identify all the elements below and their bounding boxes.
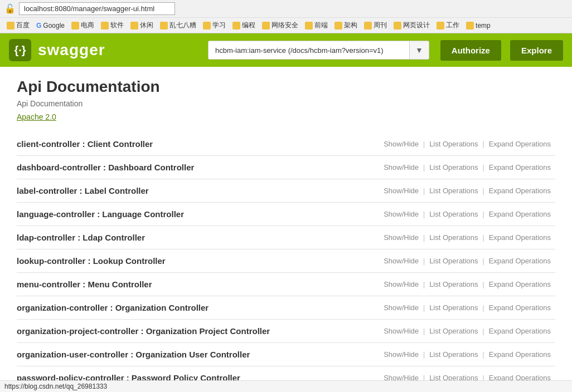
bookmark-label: 编程 <box>242 21 255 30</box>
expand-operations-link[interactable]: Expand Operations <box>484 163 555 171</box>
address-bar[interactable]: localhost:8080/manager/swagger-ui.html <box>19 2 175 15</box>
show-hide-link[interactable]: Show/Hide <box>379 163 423 171</box>
list-operations-link[interactable]: List Operations <box>425 210 482 218</box>
bookmark-misc[interactable]: 乱七八糟 <box>158 19 198 31</box>
table-row: organization-controller : Organization C… <box>17 296 555 320</box>
table-row: organization-project-controller : Organi… <box>17 320 555 343</box>
expand-operations-link[interactable]: Expand Operations <box>484 350 555 359</box>
bookmark-label: 软件 <box>110 21 124 30</box>
bookmark-icon <box>364 22 372 30</box>
bookmarks-bar: 百度 G Google 电商 软件 休闲 乱七八糟 学习 编程 <box>0 17 572 33</box>
bookmark-icon <box>130 22 138 30</box>
expand-operations-link[interactable]: Expand Operations <box>484 280 555 288</box>
expand-operations-link[interactable]: Expand Operations <box>484 210 555 218</box>
bookmark-ec[interactable]: 电商 <box>69 19 96 31</box>
controller-actions: Show/Hide | List Operations | Expand Ope… <box>379 187 555 195</box>
list-operations-link[interactable]: List Operations <box>425 163 482 171</box>
url-dropdown-arrow[interactable]: ▼ <box>409 41 429 59</box>
bookmark-label: 乱七八糟 <box>169 21 196 30</box>
bookmark-security[interactable]: 网络安全 <box>260 19 300 31</box>
controller-actions: Show/Hide | List Operations | Expand Ope… <box>379 140 555 148</box>
expand-operations-link[interactable]: Expand Operations <box>484 303 555 312</box>
list-operations-link[interactable]: List Operations <box>425 233 482 242</box>
table-row: lookup-controller : Lookup Controller Sh… <box>17 249 555 273</box>
controller-actions: Show/Hide | List Operations | Expand Ope… <box>379 233 555 242</box>
bookmark-icon <box>262 22 270 30</box>
swagger-logo-text: {·} <box>14 44 26 57</box>
show-hide-link[interactable]: Show/Hide <box>379 233 423 242</box>
table-row: dashboard-controller : Dashboard Control… <box>17 156 555 179</box>
list-operations-link[interactable]: List Operations <box>425 350 482 359</box>
list-operations-link[interactable]: List Operations <box>425 280 482 288</box>
show-hide-link[interactable]: Show/Hide <box>379 140 423 148</box>
swagger-title: swagger <box>38 41 105 59</box>
bookmark-label: 前端 <box>314 21 328 30</box>
controller-name: lookup-controller : Lookup Controller <box>17 256 379 266</box>
controller-name: organization-project-controller : Organi… <box>17 326 379 336</box>
show-hide-link[interactable]: Show/Hide <box>379 327 423 335</box>
bookmark-icon <box>71 22 79 30</box>
explore-button[interactable]: Explore <box>510 40 563 61</box>
swagger-url-input[interactable] <box>209 42 409 59</box>
google-icon: G <box>36 22 41 30</box>
expand-operations-link[interactable]: Expand Operations <box>484 187 555 195</box>
controller-actions: Show/Hide | List Operations | Expand Ope… <box>379 350 555 359</box>
bookmark-label: 工作 <box>446 21 459 30</box>
controller-list: client-controller : Client Controller Sh… <box>17 133 555 390</box>
bookmark-webdesign[interactable]: 网页设计 <box>391 19 432 31</box>
bookmark-temp[interactable]: temp <box>464 21 493 31</box>
show-hide-link[interactable]: Show/Hide <box>379 350 423 359</box>
show-hide-link[interactable]: Show/Hide <box>379 257 423 265</box>
list-operations-link[interactable]: List Operations <box>425 140 482 148</box>
expand-operations-link[interactable]: Expand Operations <box>484 233 555 242</box>
list-operations-link[interactable]: List Operations <box>425 257 482 265</box>
bookmark-google[interactable]: G Google <box>34 21 67 31</box>
address-row: 🔓 localhost:8080/manager/swagger-ui.html <box>0 0 572 17</box>
expand-operations-link[interactable]: Expand Operations <box>484 257 555 265</box>
swagger-url-bar: ▼ <box>208 41 429 60</box>
show-hide-link[interactable]: Show/Hide <box>379 210 423 218</box>
bookmark-label: 休闲 <box>140 21 153 30</box>
list-operations-link[interactable]: List Operations <box>425 303 482 312</box>
expand-operations-link[interactable]: Expand Operations <box>484 140 555 148</box>
bookmark-prog[interactable]: 编程 <box>230 19 258 31</box>
controller-actions: Show/Hide | List Operations | Expand Ope… <box>379 303 555 312</box>
bookmark-icon <box>466 22 474 30</box>
bookmark-label: 学习 <box>212 21 226 30</box>
bookmark-sw[interactable]: 软件 <box>99 19 126 31</box>
main-content: Api Documentation Api Documentation Apac… <box>0 67 572 392</box>
bookmark-work[interactable]: 工作 <box>434 19 462 31</box>
expand-operations-link[interactable]: Expand Operations <box>484 327 555 335</box>
controller-name: ldap-controller : Ldap Controller <box>17 233 379 242</box>
bookmark-icon <box>7 22 14 30</box>
bookmark-study[interactable]: 学习 <box>201 19 228 31</box>
swagger-header: {·} swagger ▼ Authorize Explore <box>0 33 572 67</box>
bookmark-icon <box>101 22 109 30</box>
bookmark-leisure[interactable]: 休闲 <box>128 19 156 31</box>
bookmark-label: 网页设计 <box>403 21 430 30</box>
status-bar: https://blog.csdn.net/qq_26981333 <box>0 380 572 392</box>
show-hide-link[interactable]: Show/Hide <box>379 187 423 195</box>
bookmark-frontend[interactable]: 前端 <box>303 19 330 31</box>
browser-chrome: 🔓 localhost:8080/manager/swagger-ui.html… <box>0 0 572 33</box>
show-hide-link[interactable]: Show/Hide <box>379 280 423 288</box>
controller-name: dashboard-controller : Dashboard Control… <box>17 163 379 172</box>
table-row: language-controller : Language Controlle… <box>17 203 555 226</box>
bookmark-icon <box>203 22 211 30</box>
bookmark-label: 架构 <box>344 21 357 30</box>
table-row: ldap-controller : Ldap Controller Show/H… <box>17 226 555 249</box>
list-operations-link[interactable]: List Operations <box>425 187 482 195</box>
api-license-link[interactable]: Apache 2.0 <box>17 112 555 121</box>
bookmark-weekly[interactable]: 周刊 <box>362 19 389 31</box>
show-hide-link[interactable]: Show/Hide <box>379 303 423 312</box>
bookmark-icon <box>394 22 401 30</box>
bookmark-arch[interactable]: 架构 <box>332 19 360 31</box>
authorize-button[interactable]: Authorize <box>440 40 501 61</box>
bookmark-label: Google <box>43 22 65 30</box>
bookmark-label: 百度 <box>16 21 30 30</box>
lock-icon: 🔓 <box>4 3 16 14</box>
list-operations-link[interactable]: List Operations <box>425 327 482 335</box>
api-subtitle: Api Documentation <box>17 99 555 108</box>
bookmark-icon <box>160 22 168 30</box>
bookmark-baidu[interactable]: 百度 <box>4 19 32 31</box>
